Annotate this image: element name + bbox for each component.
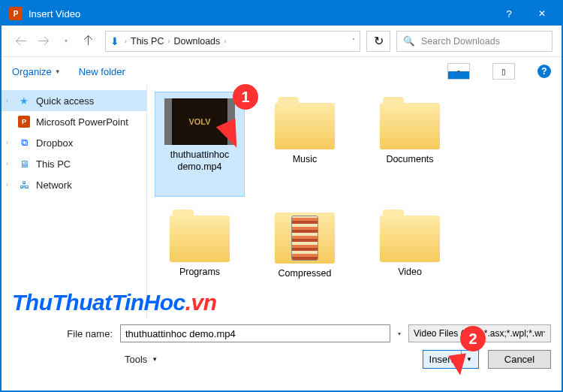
sidebar-item-this-pc[interactable]: › 🖥 This PC — [2, 153, 146, 174]
sidebar-item-label: Dropbox — [36, 137, 73, 149]
chevron-icon: › — [224, 38, 226, 45]
close-button[interactable]: ✕ — [525, 2, 558, 26]
cancel-button[interactable]: Cancel — [488, 350, 551, 369]
sidebar-item-quick-access[interactable]: › ★ Quick access — [2, 90, 146, 111]
annotation-badge-2: 2 — [460, 326, 486, 351]
archive-folder-icon — [275, 213, 335, 264]
this-pc-icon: ⬇ — [110, 35, 119, 47]
toolbar: Organize▼ New folder ▼ ▯ ? — [2, 57, 561, 86]
forward-button[interactable]: 🡢 — [33, 31, 54, 52]
sidebar-item-network[interactable]: › 🖧 Network — [2, 174, 146, 195]
watermark: ThuThuatTinHoc.vn — [12, 290, 217, 315]
refresh-button[interactable]: ↻ — [366, 31, 390, 52]
crumb-folder[interactable]: Downloads — [173, 36, 220, 47]
filename-history-dropdown[interactable]: ▾ — [398, 330, 401, 337]
sidebar-item-powerpoint[interactable]: P Microsoft PowerPoint — [2, 111, 146, 132]
refresh-icon: ↻ — [374, 34, 384, 48]
chevron-down-icon: ˅ — [543, 330, 546, 337]
dialog-title: Insert Video — [29, 8, 492, 20]
chevron-right-icon: › — [6, 181, 8, 188]
chevron-right-icon: › — [6, 139, 8, 146]
sidebar-item-label: Quick access — [36, 95, 94, 107]
folder-video[interactable]: Video — [365, 204, 455, 309]
help-button[interactable]: ? — [492, 2, 525, 26]
chevron-right-icon: › — [6, 160, 8, 167]
search-icon: 🔍 — [403, 35, 415, 47]
search-placeholder: Search Downloads — [421, 36, 500, 47]
annotation-badge-1: 1 — [233, 84, 258, 110]
chevron-icon: › — [167, 38, 170, 45]
app-icon: P — [9, 7, 23, 20]
file-label: Music — [293, 154, 318, 166]
nav-bar: 🡠 🡢 ▾ 🡡 ⬇ › This PC › Downloads › ˅ ↻ 🔍 … — [2, 26, 561, 57]
file-label: thuthuattinhoc demo.mp4 — [158, 149, 241, 173]
organize-menu[interactable]: Organize▼ — [12, 66, 61, 77]
back-button[interactable]: 🡠 — [11, 31, 32, 52]
titlebar: P Insert Video ? ✕ — [2, 2, 561, 26]
sidebar-item-label: Microsoft PowerPoint — [36, 116, 128, 128]
annotation-arrow-2 — [448, 353, 469, 376]
star-icon: ★ — [18, 95, 30, 107]
preview-pane-button[interactable]: ▯ — [492, 63, 515, 80]
filename-label: File name: — [12, 328, 113, 339]
toolbar-help-button[interactable]: ? — [537, 65, 551, 78]
chevron-down-icon: ▼ — [152, 356, 158, 363]
address-bar[interactable]: ⬇ › This PC › Downloads › ˅ — [105, 31, 360, 52]
file-label: Video — [398, 267, 422, 279]
file-label: Programs — [179, 267, 220, 279]
search-input[interactable]: 🔍 Search Downloads — [396, 31, 552, 52]
file-label: Compressed — [278, 268, 332, 280]
filename-input[interactable] — [120, 324, 390, 342]
powerpoint-icon: P — [18, 116, 30, 128]
folder-icon — [380, 216, 440, 262]
folder-icon — [380, 103, 440, 149]
address-dropdown[interactable]: ˅ — [352, 38, 355, 44]
tools-menu[interactable]: Tools▼ — [125, 354, 158, 365]
pc-icon: 🖥 — [18, 158, 30, 170]
folder-icon — [170, 216, 230, 262]
dropbox-icon: ⧉ — [18, 137, 30, 149]
new-folder-button[interactable]: New folder — [79, 66, 125, 77]
folder-documents[interactable]: Documents — [365, 92, 455, 197]
sidebar: › ★ Quick access P Microsoft PowerPoint … — [2, 86, 147, 318]
file-list[interactable]: VOLV thuthuattinhoc demo.mp4 Music Docum… — [147, 86, 561, 318]
chevron-down-icon: ▼ — [55, 68, 61, 75]
file-label: Documents — [386, 154, 433, 166]
up-button[interactable]: 🡡 — [78, 31, 99, 52]
folder-compressed[interactable]: Compressed — [260, 204, 350, 309]
chevron-right-icon: › — [6, 97, 8, 104]
network-icon: 🖧 — [18, 179, 30, 191]
crumb-root[interactable]: This PC — [131, 36, 164, 47]
sidebar-item-dropbox[interactable]: › ⧉ Dropbox — [2, 132, 146, 153]
sidebar-item-label: Network — [36, 179, 72, 191]
recent-dropdown[interactable]: ▾ — [56, 31, 77, 52]
chevron-icon: › — [125, 38, 127, 45]
sidebar-item-label: This PC — [36, 158, 71, 170]
folder-icon — [275, 103, 335, 149]
view-mode-button[interactable]: ▼ — [447, 63, 470, 80]
folder-music[interactable]: Music — [260, 92, 350, 197]
